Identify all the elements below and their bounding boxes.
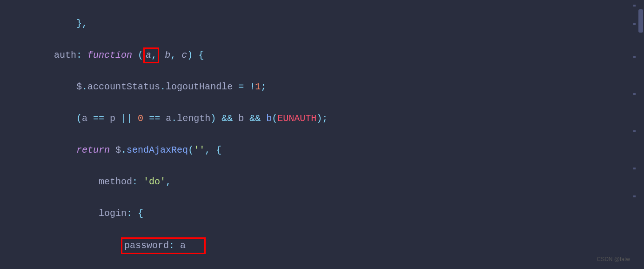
scrollbar-thumb[interactable] [638, 9, 643, 33]
watermark: CSDN @fatw [597, 251, 630, 267]
scrollbar[interactable] [637, 0, 644, 269]
minimap[interactable] [633, 0, 636, 269]
code-line: (a == p || 0 == a.length) && b && b(EUNA… [9, 111, 635, 127]
code-line: password: a [9, 237, 635, 254]
code-editor[interactable]: }, auth: function (a, b, c) { $.accountS… [0, 0, 644, 269]
code-line: auth: function (a, b, c) { [9, 47, 635, 63]
code-line: login: { [9, 206, 635, 222]
code-line: $.accountStatus.logoutHandle = !1; [9, 79, 635, 95]
code-line: return $.sendAjaxReq('', { [9, 142, 635, 158]
code-line: }, [9, 16, 635, 32]
code-line: method: 'do', [9, 174, 635, 190]
